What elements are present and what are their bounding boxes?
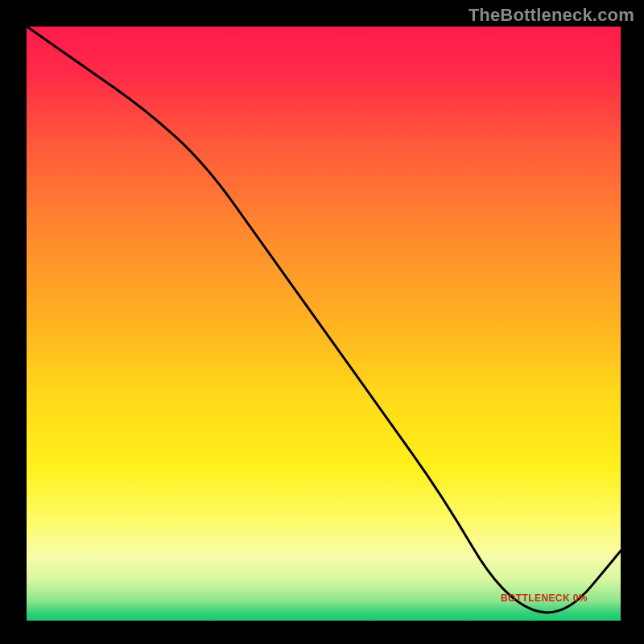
chart-frame: TheBottleneck.com BOTTLENECK 0% — [0, 0, 644, 644]
watermark-text: TheBottleneck.com — [469, 5, 634, 26]
annotation-bottleneck: BOTTLENECK 0% — [501, 592, 588, 604]
plot-area: BOTTLENECK 0% — [24, 24, 623, 623]
gradient-rect — [26, 26, 621, 621]
plot-svg — [26, 26, 621, 621]
